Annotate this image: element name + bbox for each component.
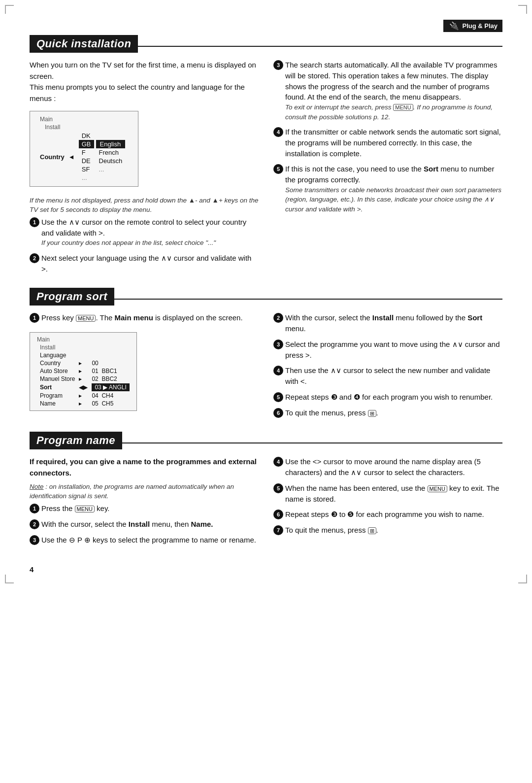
program-name-left: If required, you can give a name to the … — [30, 456, 259, 550]
quick-install-menu: Main Install Country ◄ — [30, 111, 138, 187]
program-name-steps-right: 4 Use the <> cursor to move around the n… — [273, 456, 502, 536]
ps-step-num-5: 5 — [273, 392, 283, 402]
corner-tl — [5, 5, 14, 14]
program-name-content: If required, you can give a name to the … — [30, 456, 502, 550]
menu-main-label: Main — [37, 115, 67, 123]
plug-play-header: 🔌 Plug & Play — [30, 20, 502, 32]
pn-step-num-4: 4 — [273, 457, 283, 467]
program-name-title: Program name — [30, 432, 122, 449]
ps-step-content-2: With the cursor, select the Install menu… — [285, 312, 502, 334]
ps-step-content-1: Press key MENU. The Main menu is display… — [41, 312, 259, 323]
step-num-1: 1 — [30, 217, 39, 227]
pn-step-content-3: Use the ⊖ P ⊕ keys to select the program… — [41, 535, 259, 545]
quick-install-content: When you turn on the TV set for the firs… — [30, 60, 502, 279]
ps-step-num-3: 3 — [273, 340, 283, 349]
program-name-italic-note: Note : on installation, the programs are… — [30, 482, 259, 501]
step-content-3: The search starts automatically. All the… — [285, 60, 502, 122]
pn-step-4: 4 Use the <> cursor to move around the n… — [273, 456, 502, 478]
ps-step-5: 5 Repeat steps ❸ and ❹ for each program … — [273, 392, 502, 403]
program-sort-section: Program sort 1 Press key MENU. The Main … — [30, 288, 502, 423]
pn-step-3: 3 Use the ⊖ P ⊕ keys to select the progr… — [30, 535, 259, 545]
plug-icon: 🔌 — [449, 21, 459, 31]
pn-step-num-7: 7 — [273, 525, 283, 535]
pn-step-content-4: Use the <> cursor to move around the nam… — [285, 456, 502, 478]
sort-menu-sort-row: Sort — [35, 383, 77, 392]
pn-step-content-5: When the name has been entered, use the … — [285, 483, 502, 505]
program-sort-left: 1 Press key MENU. The Main menu is displ… — [30, 312, 259, 423]
step-num-5: 5 — [273, 164, 283, 174]
ps-step-num-4: 4 — [273, 366, 283, 375]
quick-install-left: When you turn on the TV set for the firs… — [30, 60, 259, 279]
ps-step-1: 1 Press key MENU. The Main menu is displ… — [30, 312, 259, 323]
corner-tr — [518, 5, 527, 14]
ps-step-content-6: To quit the menus, press ⊞. — [285, 408, 502, 418]
ps-step-3: 3 Select the programme you want to move … — [273, 339, 502, 361]
ps-step-content-3: Select the programme you want to move us… — [285, 339, 502, 361]
pn-step-2: 2 With the cursor, select the Install me… — [30, 519, 259, 530]
pn-step-6: 6 Repeat steps ❸ to ❺ for each programme… — [273, 509, 502, 520]
step-3-italic: To exit or interrupt the search, press M… — [285, 102, 502, 122]
pn-step-num-6: 6 — [273, 510, 283, 519]
ps-step-content-4: Then use the ∧∨ cursor to select the new… — [285, 365, 502, 387]
step-right-5: 5 If this is not the case, you need to u… — [273, 164, 502, 214]
pn-step-num-2: 2 — [30, 519, 39, 529]
program-name-steps-left: 1 Press the MENU key. 2 With the cursor,… — [30, 503, 259, 545]
page-number: 4 — [30, 565, 33, 574]
plug-play-label: Plug & Play — [462, 22, 498, 30]
program-sort-menu: Main Install Language — [30, 332, 137, 411]
step-num-4: 4 — [273, 127, 283, 137]
pn-step-num-3: 3 — [30, 535, 39, 545]
pn-step-num-5: 5 — [273, 483, 283, 493]
step-content-1: Use the ∧∨ cursor on the remote control … — [41, 217, 259, 248]
menu-gb-selected: GB — [79, 140, 94, 148]
step-content-4: If the transmitter or cable network send… — [285, 127, 502, 159]
menu-english-selected: English — [96, 140, 126, 148]
quick-install-steps-right: 3 The search starts automatically. All t… — [273, 60, 502, 214]
quick-install-intro-1: When you turn on the TV set for the firs… — [30, 60, 259, 104]
step-1-italic: If your country does not appear in the l… — [41, 238, 259, 248]
pn-step-content-6: Repeat steps ❸ to ❺ for each programme y… — [285, 509, 502, 520]
step-content-5: If this is not the case, you need to use… — [285, 164, 502, 214]
program-sort-title: Program sort — [30, 288, 114, 306]
program-name-section: Program name If required, you can give a… — [30, 432, 502, 550]
step-right-3: 3 The search starts automatically. All t… — [273, 60, 502, 122]
step-left-1: 1 Use the ∧∨ cursor on the remote contro… — [30, 217, 259, 248]
pn-step-content-2: With the cursor, select the Install menu… — [41, 519, 259, 530]
ps-step-num-6: 6 — [273, 408, 283, 418]
step-num-2: 2 — [30, 253, 39, 263]
ps-step-4: 4 Then use the ∧∨ cursor to select the n… — [273, 365, 502, 387]
quick-install-right: 3 The search starts automatically. All t… — [273, 60, 502, 279]
quick-install-section: Quick installation When you turn on the … — [30, 35, 502, 279]
program-sort-steps-left: 1 Press key MENU. The Main menu is displ… — [30, 312, 259, 323]
menu-country-label: Country — [37, 131, 67, 182]
step-content-2: Next select your language using the ∧∨ c… — [41, 253, 259, 274]
pn-step-1: 1 Press the MENU key. — [30, 503, 259, 514]
program-sort-right: 2 With the cursor, select the Install me… — [273, 312, 502, 423]
corner-br — [518, 575, 527, 583]
pn-step-content-1: Press the MENU key. — [41, 503, 259, 514]
program-sort-steps-right: 2 With the cursor, select the Install me… — [273, 312, 502, 418]
quick-install-title: Quick installation — [30, 35, 138, 53]
step-5-italic: Some transmitters or cable networks broa… — [285, 185, 502, 214]
corner-bl — [5, 575, 14, 583]
ps-step-6: 6 To quit the menus, press ⊞. — [273, 408, 502, 418]
step-left-2: 2 Next select your language using the ∧∨… — [30, 253, 259, 274]
pn-step-7: 7 To quit the menus, press ⊞. — [273, 525, 502, 536]
program-name-intro: If required, you can give a name to the … — [30, 456, 259, 478]
program-sort-content: 1 Press key MENU. The Main menu is displ… — [30, 312, 502, 423]
menu-install-label: Install — [37, 123, 67, 131]
pn-step-num-1: 1 — [30, 504, 39, 513]
plug-play-badge: 🔌 Plug & Play — [443, 20, 502, 32]
ps-step-num-1: 1 — [30, 313, 39, 323]
step-num-3: 3 — [273, 60, 283, 70]
pn-step-content-7: To quit the menus, press ⊞. — [285, 525, 502, 536]
program-name-right: 4 Use the <> cursor to move around the n… — [273, 456, 502, 550]
step-right-4: 4 If the transmitter or cable network se… — [273, 127, 502, 159]
quick-install-steps-left: 1 Use the ∧∨ cursor on the remote contro… — [30, 217, 259, 274]
ps-step-2: 2 With the cursor, select the Install me… — [273, 312, 502, 334]
quick-install-italic-note: If the menu is not displayed, press and … — [30, 196, 259, 215]
pn-step-5: 5 When the name has been entered, use th… — [273, 483, 502, 505]
ps-step-content-5: Repeat steps ❸ and ❹ for each program yo… — [285, 392, 502, 403]
ps-step-num-2: 2 — [273, 313, 283, 323]
